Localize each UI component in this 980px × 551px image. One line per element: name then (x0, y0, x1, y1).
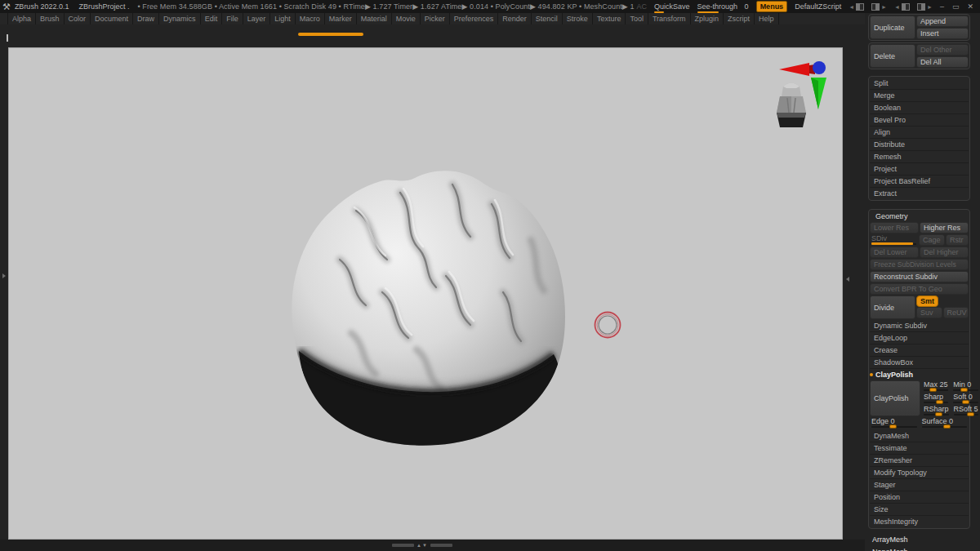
subpalette-zremesher[interactable]: ZRemesher (870, 455, 969, 467)
rsharp-slider[interactable]: RSharp (922, 405, 951, 416)
subpalette-crease[interactable]: Crease (870, 344, 969, 357)
suv-button[interactable]: Suv (916, 307, 942, 318)
subpalette-meshintegrity[interactable]: MeshIntegrity (870, 516, 969, 527)
menu-preferences[interactable]: Preferences (450, 13, 499, 24)
freeze-subdivision-button[interactable]: Freeze SubDivision Levels (870, 259, 969, 270)
menu-draw[interactable]: Draw (133, 13, 159, 24)
subpalette-split[interactable]: Split (870, 78, 969, 90)
menu-macro[interactable]: Macro (296, 13, 325, 24)
divide-button[interactable]: Divide (870, 295, 915, 319)
reconstruct-subdiv-button[interactable]: Reconstruct Subdiv (870, 271, 969, 282)
close-button[interactable]: ✕ (967, 2, 973, 11)
subpalette-modify-topology[interactable]: Modify Topology (870, 467, 969, 479)
menu-edit[interactable]: Edit (201, 13, 223, 24)
subpalette-tessimate[interactable]: Tessimate (870, 442, 969, 455)
convert-bpr-button[interactable]: Convert BPR To Geo (870, 283, 969, 295)
subpalette-extract[interactable]: Extract (870, 188, 969, 199)
menu-marker[interactable]: Marker (325, 13, 357, 24)
sculpt-canvas[interactable] (8, 47, 843, 540)
subpalette-project[interactable]: Project (870, 163, 969, 176)
smt-toggle[interactable]: Smt (916, 295, 938, 307)
subpalette-remesh[interactable]: Remesh (870, 151, 969, 163)
subpalette-position[interactable]: Position (870, 491, 969, 504)
menu-alpha[interactable]: Alpha (7, 13, 36, 24)
minimize-button[interactable]: – (940, 2, 944, 11)
claypolish-button[interactable]: ClayPolish (870, 380, 920, 416)
subpalette-arraymesh[interactable]: ArrayMesh (868, 534, 970, 546)
menu-zplugin[interactable]: Zplugin (691, 13, 724, 24)
see-through-slider[interactable]: See-through 0 (697, 2, 749, 11)
menu-texture[interactable]: Texture (593, 13, 626, 24)
rsoft-slider[interactable]: RSoft 5 (952, 405, 980, 416)
subpalette-merge[interactable]: Merge (870, 90, 969, 102)
right-tray-handle[interactable] (844, 271, 851, 287)
subpalette-stager[interactable]: Stager (870, 479, 969, 491)
menu-material[interactable]: Material (357, 13, 392, 24)
menus-button[interactable]: Menus (756, 1, 788, 12)
rstr-button[interactable]: Rstr (946, 234, 969, 246)
subpalette-edgeloop[interactable]: EdgeLoop (870, 332, 969, 344)
geometry-header[interactable]: Geometry (870, 211, 969, 222)
subpalette-size[interactable]: Size (870, 504, 969, 516)
ac-toggle[interactable]: AC (637, 2, 648, 11)
restore-button[interactable]: ▭ (952, 2, 960, 11)
right-tray-toggle-icon[interactable]: ► (871, 3, 887, 11)
left-tray-toggle-icon[interactable]: ◄ (849, 3, 864, 11)
delete-button[interactable]: Delete (870, 44, 915, 68)
menu-document[interactable]: Document (91, 13, 133, 24)
canvas-divider-handle[interactable]: ▲▼ (392, 543, 452, 548)
right-panel-toggle-icon[interactable]: ► (917, 3, 933, 11)
menu-file[interactable]: File (222, 13, 243, 24)
subpalette-dynamesh[interactable]: DynaMesh (870, 430, 969, 442)
menu-brush[interactable]: Brush (36, 13, 65, 24)
del-higher-button[interactable]: Del Higher (920, 247, 969, 258)
subpalette-bevel-pro[interactable]: Bevel Pro (870, 114, 969, 127)
tool-preview-thumbnail[interactable] (769, 77, 813, 132)
left-panel-toggle-icon[interactable]: ◄ (894, 3, 910, 11)
menu-tool[interactable]: Tool (626, 13, 648, 24)
reuv-button[interactable]: ReUV (943, 307, 969, 318)
claypolish-section-header[interactable]: ClayPolish (870, 369, 969, 380)
sdiv-slider[interactable]: SDiv (870, 234, 918, 246)
menu-light[interactable]: Light (270, 13, 296, 24)
subpalette-dynamic-subdiv[interactable]: Dynamic Subdiv (870, 320, 969, 332)
menu-zscript[interactable]: Zscript (724, 13, 755, 24)
menu-color[interactable]: Color (65, 13, 91, 24)
left-tray-handle[interactable] (0, 268, 7, 284)
divider-arrows-icon[interactable]: ▲▼ (416, 543, 428, 548)
sharp-slider[interactable]: Sharp (922, 393, 950, 404)
subpalette-project-basrelief[interactable]: Project BasRelief (870, 176, 969, 188)
surface-slider[interactable]: Surface 0 (920, 417, 969, 429)
menu-layer[interactable]: Layer (243, 13, 271, 24)
soft-slider[interactable]: Soft 0 (951, 393, 979, 404)
del-all-button[interactable]: Del All (916, 56, 969, 68)
menu-stencil[interactable]: Stencil (532, 13, 563, 24)
menu-dynamics[interactable]: Dynamics (159, 13, 201, 24)
subpalette-shadowbox[interactable]: ShadowBox (870, 357, 969, 369)
higher-res-button[interactable]: Higher Res (920, 222, 969, 233)
quicksave-button[interactable]: QuickSave (654, 2, 690, 11)
subpalette-boolean[interactable]: Boolean (870, 102, 969, 114)
append-button[interactable]: Append (916, 16, 969, 27)
min-slider[interactable]: Min 0 (951, 380, 979, 392)
menu-picker[interactable]: Picker (421, 13, 450, 24)
cage-button[interactable]: Cage (919, 234, 945, 246)
insert-button[interactable]: Insert (916, 28, 969, 39)
divider-bar-right[interactable] (430, 544, 452, 547)
subpalette-distribute[interactable]: Distribute (870, 139, 969, 151)
menu-help[interactable]: Help (755, 13, 779, 24)
duplicate-button[interactable]: Duplicate (870, 16, 915, 39)
divider-bar-left[interactable] (392, 544, 414, 547)
menu-stroke[interactable]: Stroke (563, 13, 593, 24)
menu-render[interactable]: Render (498, 13, 532, 24)
del-other-button[interactable]: Del Other (916, 44, 969, 56)
default-zscript-button[interactable]: DefaultZScript (795, 2, 841, 11)
lower-res-button[interactable]: Lower Res (870, 222, 919, 233)
edge-slider[interactable]: Edge 0 (870, 417, 919, 429)
menu-movie[interactable]: Movie (392, 13, 421, 24)
subpalette-align[interactable]: Align (870, 127, 969, 139)
max-slider[interactable]: Max 25 (922, 380, 950, 392)
del-lower-button[interactable]: Del Lower (870, 247, 919, 258)
menu-transform[interactable]: Transform (648, 13, 691, 24)
subpalette-nanomesh[interactable]: NanoMesh (868, 546, 970, 551)
